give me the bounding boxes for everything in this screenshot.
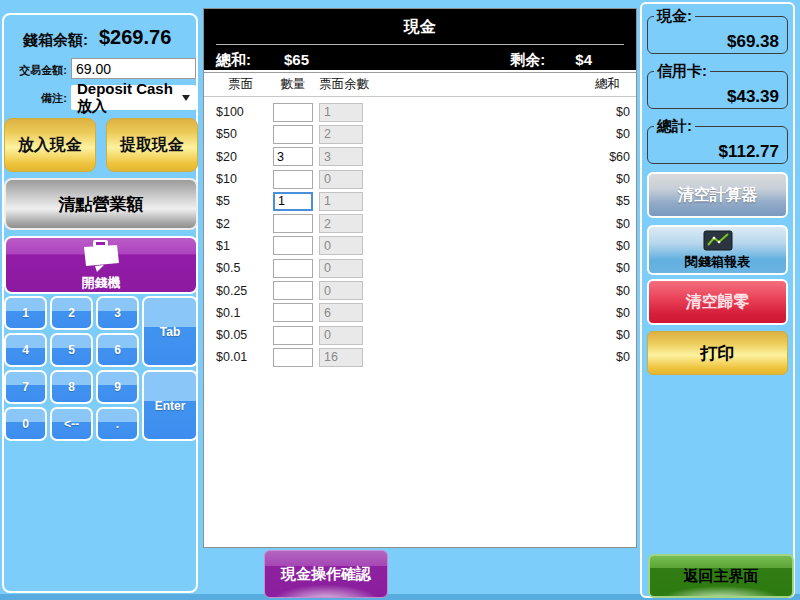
keypad-key-5[interactable]: 5 — [50, 333, 93, 367]
withdraw-cash-button[interactable]: 提取現金 — [106, 118, 198, 172]
count-revenue-button[interactable]: 清點營業額 — [4, 178, 198, 230]
cash-total-value: $69.38 — [652, 26, 783, 52]
keypad-tab-key[interactable]: Tab — [142, 296, 198, 367]
quantity-input[interactable] — [273, 125, 313, 144]
row-total: $0 — [363, 284, 630, 298]
keypad-key-8[interactable]: 8 — [50, 370, 93, 404]
remainder-input — [319, 214, 363, 233]
denomination-label: $5 — [216, 194, 273, 208]
keypad-key-0[interactable]: 0 — [4, 407, 47, 441]
quantity-input[interactable] — [273, 170, 313, 189]
sum-label: 總和: — [216, 51, 251, 70]
column-header-total: 總和 — [595, 76, 620, 93]
quantity-input[interactable] — [273, 303, 313, 322]
denomination-label: $10 — [216, 172, 273, 186]
keypad-key-<--[interactable]: <-- — [50, 407, 93, 441]
denomination-label: $20 — [216, 150, 273, 164]
denomination-label: $50 — [216, 127, 273, 141]
denomination-label: $2 — [216, 217, 273, 231]
print-button[interactable]: 打印 — [647, 331, 788, 375]
cash-operation-confirm-button[interactable]: 現金操作確認 — [264, 550, 388, 598]
quantity-input[interactable] — [273, 103, 313, 122]
credit-total-value: $43.39 — [652, 81, 783, 107]
row-total: $5 — [363, 194, 630, 208]
keypad-key-6[interactable]: 6 — [96, 333, 139, 367]
remainder-input — [319, 303, 363, 322]
quantity-input[interactable] — [273, 326, 313, 345]
numeric-keypad: 1234567890<--.Tab Enter — [4, 296, 198, 441]
transaction-amount-input[interactable] — [71, 58, 196, 79]
grand-total-fieldset: 總計: $112.77 — [647, 117, 788, 164]
remainder-value: $4 — [575, 51, 592, 68]
dropdown-caret-icon — [182, 95, 190, 101]
denomination-label: $0.25 — [216, 284, 273, 298]
quantity-input[interactable] — [273, 214, 313, 233]
drawer-report-button[interactable]: 閱錢箱報表 — [647, 225, 788, 275]
credit-total-fieldset: 信用卡: $43.39 — [647, 62, 788, 109]
cash-drawer-icon — [77, 239, 125, 273]
row-total: $0 — [363, 217, 630, 231]
right-panel: 現金: $69.38 信用卡: $43.39 總計: $112.77 清空計算器… — [640, 2, 795, 598]
keypad-key-1[interactable]: 1 — [4, 296, 47, 330]
remainder-input — [319, 103, 363, 122]
keypad-key-7[interactable]: 7 — [4, 370, 47, 404]
clear-calculator-button[interactable]: 清空計算器 — [647, 172, 788, 218]
drawer-balance-value: $269.76 — [99, 26, 171, 49]
drawer-report-label: 閱錢箱報表 — [685, 253, 750, 271]
quantity-input[interactable] — [273, 259, 313, 278]
table-row: $50$0 — [204, 123, 636, 145]
table-row: $0.05$0 — [204, 324, 636, 346]
remainder-input — [319, 125, 363, 144]
panel-title: 現金 — [204, 9, 636, 38]
keypad-key-2[interactable]: 2 — [50, 296, 93, 330]
keypad-key-4[interactable]: 4 — [4, 333, 47, 367]
denomination-label: $0.05 — [216, 328, 273, 342]
remainder-label: 剩余: — [510, 51, 545, 70]
denomination-label: $0.01 — [216, 350, 273, 364]
quantity-input[interactable] — [273, 348, 313, 367]
remainder-input — [319, 348, 363, 367]
column-header-denomination: 票面 — [216, 76, 273, 93]
keypad-key-3[interactable]: 3 — [96, 296, 139, 330]
keypad-key-9[interactable]: 9 — [96, 370, 139, 404]
denomination-label: $0.5 — [216, 261, 273, 275]
deposit-cash-button[interactable]: 放入現金 — [4, 118, 96, 172]
open-drawer-button[interactable]: 開錢機 — [4, 236, 198, 294]
keypad-key-.[interactable]: . — [96, 407, 139, 441]
grand-total-value: $112.77 — [652, 136, 783, 162]
table-column-headers: 票面 數量 票面余數 總和 — [204, 73, 636, 97]
table-row: $5$5 — [204, 190, 636, 212]
column-header-remainder: 票面余數 — [319, 76, 595, 93]
clear-reset-button[interactable]: 清空歸零 — [647, 279, 788, 325]
left-panel: 錢箱余額: $269.76 交易金額: 備注: Deposit Cash 放入 … — [2, 13, 198, 593]
row-total: $0 — [363, 239, 630, 253]
row-total: $0 — [363, 105, 630, 119]
quantity-input[interactable] — [273, 236, 313, 255]
quantity-input[interactable] — [273, 192, 313, 211]
row-total: $0 — [363, 350, 630, 364]
row-total: $0 — [363, 261, 630, 275]
cash-total-label: 現金: — [654, 7, 695, 26]
table-row: $2$0 — [204, 212, 636, 234]
table-row: $1$0 — [204, 235, 636, 257]
remainder-input — [319, 236, 363, 255]
table-row: $0.01$0 — [204, 346, 636, 368]
remainder-input — [319, 326, 363, 345]
back-to-main-button[interactable]: 返回主界面 — [648, 554, 794, 598]
table-row: $0.1$0 — [204, 302, 636, 324]
drawer-balance-label: 錢箱余額: — [23, 31, 88, 50]
keypad-enter-key[interactable]: Enter — [142, 370, 198, 441]
report-chart-icon — [703, 230, 733, 251]
remainder-input — [319, 259, 363, 278]
table-row: $0.25$0 — [204, 279, 636, 301]
header-totals-row: 總和: $65 剩余: $4 — [204, 45, 636, 70]
row-total: $0 — [363, 306, 630, 320]
quantity-input[interactable] — [273, 281, 313, 300]
pos-cash-screen: 錢箱余額: $269.76 交易金額: 備注: Deposit Cash 放入 … — [0, 0, 800, 600]
note-label: 備注: — [4, 91, 67, 106]
remainder-input — [319, 170, 363, 189]
remainder-input — [319, 281, 363, 300]
quantity-input[interactable] — [273, 147, 313, 166]
row-total: $0 — [363, 328, 630, 342]
note-dropdown[interactable]: Deposit Cash 放入 — [71, 85, 196, 110]
